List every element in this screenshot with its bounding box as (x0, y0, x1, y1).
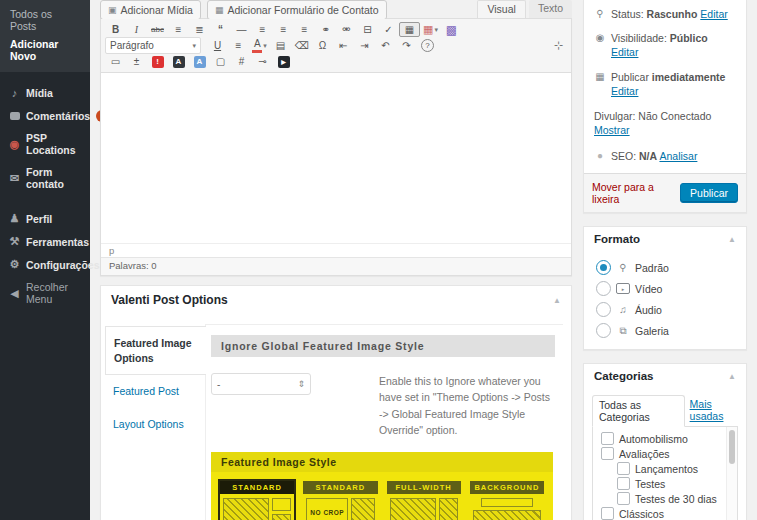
sidebar-item-tools[interactable]: ⚒ Ferramentas (0, 230, 90, 253)
seo-status-icon: ● (594, 149, 606, 163)
ignore-global-style-heading: Ignore Global Featured Image Style (211, 335, 555, 357)
tab-visual[interactable]: Visual (477, 0, 525, 18)
categories-panel-header[interactable]: Categorias ▲ (584, 364, 746, 388)
italic-button[interactable]: I (126, 22, 147, 37)
editor-content-area[interactable] (101, 73, 571, 243)
underline-button[interactable]: U (207, 38, 228, 53)
submenu-all-posts[interactable]: Todos os Posts (0, 5, 90, 35)
blockquote-button[interactable]: “ (210, 22, 231, 37)
featured-image-style-options: STANDARD STANDARD NO CROP (211, 472, 553, 520)
visibility-edit-link[interactable]: Editar (611, 46, 638, 58)
align-center-button[interactable]: ≡ (273, 22, 294, 37)
editor-element-path[interactable]: p (101, 243, 571, 257)
schedule-label: Publicar (611, 71, 649, 83)
undo-button[interactable]: ↶ (375, 38, 396, 53)
format-option-video: ▸ Vídeo (584, 278, 746, 299)
paragraph-format-select[interactable]: Parágrafo ▾ (105, 37, 201, 54)
grid-shortcode-button[interactable]: ▦ ▾ (420, 22, 441, 37)
align-right-button[interactable]: ≡ (294, 22, 315, 37)
divider-shortcode-button[interactable]: ⊸ (252, 54, 273, 69)
align-left-button[interactable]: ≡ (252, 22, 273, 37)
seo-analyze-link[interactable]: Analisar (659, 150, 697, 162)
style-option-standard-no-crop[interactable]: STANDARD NO CROP (303, 481, 377, 520)
category-scrollbar[interactable] (726, 427, 737, 520)
distraction-free-button[interactable]: ⊹ (554, 39, 563, 52)
panel-collapse-icon[interactable]: ▲ (728, 235, 736, 244)
spellcheck-button[interactable]: ✓ (378, 22, 399, 37)
publicize-show-link[interactable]: Mostrar (594, 124, 630, 136)
bullet-list-button[interactable]: ≡ (168, 22, 189, 37)
panel-collapse-icon[interactable]: ▲ (728, 372, 736, 381)
paste-as-text-button[interactable]: ▤ (270, 38, 291, 53)
style-option-background[interactable]: BACKGROUND (470, 481, 544, 520)
valenti-tab-featured-image-options[interactable]: Featured Image Options (105, 326, 206, 375)
grid-icon: ▦ (423, 24, 433, 35)
bold-button[interactable]: B (105, 22, 126, 37)
publish-button[interactable]: Publicar (680, 183, 738, 203)
valenti-panel-header[interactable]: Valenti Post Options ▲ (101, 286, 571, 314)
button-shortcode-button[interactable]: ▭ (105, 54, 126, 69)
remove-link-button[interactable]: ⚮ (336, 22, 357, 37)
dropcap-dark-button[interactable]: A (168, 54, 189, 69)
tab-most-used[interactable]: Mais usadas (690, 398, 738, 426)
format-radio-gallery[interactable] (596, 323, 611, 338)
category-checkbox[interactable] (601, 447, 614, 460)
status-edit-link[interactable]: Editar (700, 8, 727, 20)
special-character-button[interactable]: Ω (312, 38, 333, 53)
page-template-button[interactable]: ▢ (210, 54, 231, 69)
style-option-standard[interactable]: STANDARD (220, 481, 294, 520)
justify-button[interactable]: ≡ (228, 38, 249, 53)
schedule-edit-link[interactable]: Editar (611, 85, 638, 97)
clear-formatting-button[interactable]: ⌫ (291, 38, 312, 53)
video-shortcode-button[interactable]: ▶ (273, 54, 294, 69)
style-option-full-width[interactable]: FULL-WIDTH (387, 481, 461, 520)
format-option-label: Galeria (635, 325, 669, 337)
sidebar-item-collapse-menu[interactable]: ◀ Recolher Menu (0, 276, 90, 310)
dropcap-blue-button[interactable]: A (189, 54, 210, 69)
valenti-tab-featured-post[interactable]: Featured Post (105, 375, 205, 408)
sidebar-item-form-contato[interactable]: ✉ Form contato (0, 161, 90, 195)
help-button[interactable]: ? (417, 38, 438, 53)
style-option-label: STANDARD (303, 481, 377, 494)
indent-button[interactable]: ⇥ (354, 38, 375, 53)
sidebar-item-media[interactable]: ♪ Mídia (0, 81, 90, 104)
text-color-button[interactable]: A ▾ (249, 38, 270, 53)
toolbar-toggle-button[interactable]: ▦ (399, 22, 420, 37)
adjust-button[interactable]: ± (126, 54, 147, 69)
format-radio-audio[interactable] (596, 302, 611, 317)
submenu-add-new[interactable]: Adicionar Novo (0, 35, 90, 65)
category-checkbox[interactable] (601, 507, 614, 520)
read-more-button[interactable]: ⊟ (357, 22, 378, 37)
move-to-trash-link[interactable]: Mover para a lixeira (592, 181, 680, 205)
sidebar-item-psp-locations[interactable]: ◉ PSP Locations (0, 127, 90, 161)
tab-all-categories[interactable]: Todas as Categorias (592, 395, 685, 427)
category-checkbox[interactable] (601, 432, 614, 445)
category-checkbox[interactable] (617, 477, 630, 490)
sidebar-item-settings[interactable]: ⚙ Configurações (0, 253, 90, 276)
horizontal-rule-button[interactable]: — (231, 22, 252, 37)
sidebar-item-comments[interactable]: Comentários 74 (0, 104, 90, 127)
crosshair-shortcode-button[interactable]: # (231, 54, 252, 69)
numbered-list-button[interactable]: ≣ (189, 22, 210, 37)
format-radio-standard[interactable] (596, 260, 611, 275)
strikethrough-button[interactable]: abc (147, 22, 168, 37)
valenti-tab-layout-options[interactable]: Layout Options (105, 408, 205, 441)
tab-text[interactable]: Texto (529, 0, 572, 18)
format-panel-header[interactable]: Formato ▲ (584, 227, 746, 251)
purple-shortcode-button[interactable]: ▩ (441, 22, 462, 37)
insert-link-button[interactable]: ⚭ (315, 22, 336, 37)
redo-button[interactable]: ↷ (396, 38, 417, 53)
ignore-global-style-select[interactable]: - ⇕ (211, 373, 311, 395)
format-radio-video[interactable] (596, 281, 611, 296)
contact-form-icon: ▦ (215, 5, 224, 15)
sidebar-item-profile[interactable]: ♟ Perfil (0, 207, 90, 230)
add-contact-form-button[interactable]: ▦ Adicionar Formulário de Contato (207, 0, 387, 20)
scrollbar-thumb[interactable] (729, 430, 735, 464)
category-checkbox[interactable] (617, 462, 630, 475)
format-option-label: Áudio (635, 304, 662, 316)
category-checkbox[interactable] (617, 492, 630, 505)
add-media-button[interactable]: ▣ Adicionar Mídia (100, 0, 201, 20)
panel-collapse-icon[interactable]: ▲ (553, 296, 561, 305)
alert-shortcode-button[interactable]: ! (147, 54, 168, 69)
outdent-button[interactable]: ⇤ (333, 38, 354, 53)
